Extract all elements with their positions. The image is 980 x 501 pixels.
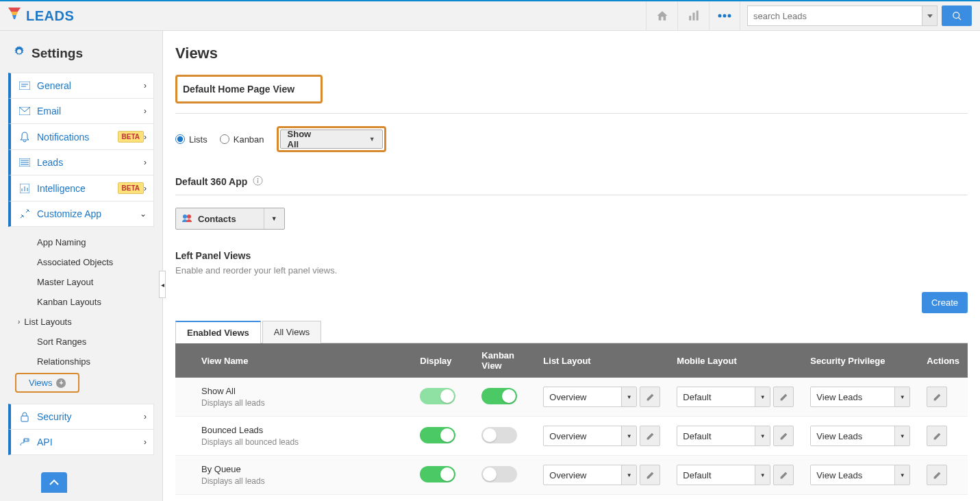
sub-list-layouts[interactable]: ›List Layouts [14, 312, 154, 332]
sidebar-item-notifications[interactable]: Notifications BETA › [8, 124, 154, 150]
caret-down-icon: ▼ [755, 465, 770, 485]
svg-point-8 [18, 50, 21, 53]
sidebar-item-email[interactable]: Email › [8, 99, 154, 124]
list-layout-select[interactable]: Overview▼ [543, 387, 637, 407]
search-button[interactable] [942, 5, 972, 26]
sub-app-naming[interactable]: App Naming [14, 232, 154, 252]
section-desc: Enable and reorder your left panel views… [175, 265, 968, 276]
card-icon [18, 82, 32, 90]
scroll-up-button[interactable] [41, 472, 67, 493]
display-toggle[interactable] [420, 427, 455, 443]
security-select[interactable]: View Leads▼ [810, 426, 910, 446]
funnel-icon [8, 8, 21, 25]
display-toggle[interactable] [420, 388, 455, 404]
home-view-dropdown[interactable]: Show All ▼ [280, 130, 383, 149]
radio-lists-input[interactable] [175, 134, 185, 144]
home-icon[interactable] [646, 1, 677, 31]
section-default-360: Default 360 App [175, 176, 247, 187]
search-dropdown-caret[interactable] [922, 5, 938, 26]
svg-rect-2 [696, 11, 698, 21]
list-layout-select[interactable]: Overview▼ [543, 426, 637, 446]
app-logo[interactable]: LEADS [8, 8, 74, 25]
info-icon[interactable] [253, 175, 263, 188]
svg-rect-1 [692, 13, 694, 21]
view-name: Bounced Leads [201, 425, 403, 435]
sidebar-item-leads[interactable]: Leads › [8, 150, 154, 175]
caret-down-icon: ▼ [894, 387, 909, 406]
tab-all-views[interactable]: All Views [262, 321, 322, 343]
create-button[interactable]: Create [922, 292, 968, 313]
svg-point-26 [187, 215, 191, 219]
sub-views[interactable]: Views + [16, 374, 66, 391]
kanban-toggle[interactable] [481, 466, 517, 482]
page-title: Views [175, 45, 968, 62]
gear-icon [12, 45, 26, 62]
mobile-layout-select[interactable]: Default▼ [677, 426, 770, 446]
sidebar-item-general[interactable]: General › [8, 73, 154, 99]
th-list: List Layout [535, 343, 668, 378]
chevron-right-icon: › [144, 437, 147, 447]
edit-mobile-button[interactable] [773, 465, 794, 485]
sidebar-item-intelligence[interactable]: Intelligence BETA › [8, 175, 154, 201]
row-edit-button[interactable] [927, 387, 947, 407]
sub-master-layout[interactable]: Master Layout [14, 272, 154, 292]
kanban-toggle[interactable] [481, 427, 517, 443]
sidebar-item-security[interactable]: Security › [8, 404, 154, 430]
customize-subnav: App Naming Associated Objects Master Lay… [8, 227, 154, 400]
sub-relationships[interactable]: Relationships [14, 352, 154, 371]
caret-down-icon: ▼ [621, 465, 636, 485]
svg-line-7 [958, 17, 961, 20]
security-select[interactable]: View Leads▼ [810, 465, 910, 485]
row-edit-button[interactable] [927, 465, 947, 485]
chevron-right-icon: › [144, 184, 147, 193]
plus-icon[interactable]: + [56, 378, 66, 388]
view-name: Show All [201, 386, 403, 396]
row-edit-button[interactable] [927, 426, 947, 446]
caret-down-icon: ▼ [621, 426, 636, 445]
more-icon[interactable] [709, 1, 740, 31]
sub-associated-objects[interactable]: Associated Objects [14, 252, 154, 272]
edit-list-button[interactable] [640, 465, 660, 485]
home-view-dropdown-highlight: Show All ▼ [277, 126, 386, 152]
sub-kanban-layouts[interactable]: Kanban Layouts [14, 292, 154, 312]
edit-list-button[interactable] [640, 426, 660, 446]
caret-down-icon: ▼ [264, 208, 284, 229]
collapse-sidebar-handle[interactable]: ◂ [159, 271, 166, 298]
svg-point-3 [718, 14, 722, 18]
mobile-layout-select[interactable]: Default▼ [677, 387, 770, 407]
radio-kanban[interactable]: Kanban [220, 134, 264, 145]
edit-mobile-button[interactable] [773, 426, 794, 446]
svg-rect-0 [689, 16, 691, 21]
chevron-right-icon: › [144, 412, 147, 421]
radio-kanban-input[interactable] [220, 134, 229, 144]
edit-mobile-button[interactable] [773, 387, 794, 407]
caret-down-icon: ▼ [755, 426, 770, 445]
sub-sort-ranges[interactable]: Sort Ranges [14, 332, 154, 352]
table-row: By QueueDisplays all leadsOverview▼Defau… [175, 456, 968, 495]
tab-enabled-views[interactable]: Enabled Views [175, 321, 261, 343]
list-layout-select[interactable]: Overview▼ [543, 465, 637, 485]
security-select[interactable]: View Leads▼ [810, 387, 910, 407]
beta-badge: BETA [118, 182, 144, 194]
search-input[interactable] [747, 5, 922, 26]
radio-lists[interactable]: Lists [175, 134, 208, 145]
app-name: LEADS [26, 8, 74, 24]
svg-point-23 [257, 178, 259, 180]
sidebar-item-api[interactable]: API › [8, 430, 154, 455]
tools-icon [18, 208, 32, 219]
contacts-icon [181, 213, 192, 225]
default-360-dropdown[interactable]: Contacts ▼ [175, 208, 285, 230]
mobile-layout-select[interactable]: Default▼ [677, 465, 770, 485]
th-security: Security Privilege [802, 343, 918, 378]
sidebar-header: Settings [12, 45, 154, 62]
search-group [747, 5, 972, 26]
th-display: Display [412, 343, 473, 378]
sidebar-item-customize-app[interactable]: Customize App ⌄ [8, 201, 154, 227]
beta-badge: BETA [118, 131, 144, 143]
chart-icon[interactable] [677, 1, 709, 31]
chevron-right-icon: › [144, 81, 147, 90]
bell-icon [18, 132, 32, 143]
kanban-toggle[interactable] [481, 388, 517, 404]
display-toggle[interactable] [420, 466, 455, 482]
edit-list-button[interactable] [640, 387, 660, 407]
